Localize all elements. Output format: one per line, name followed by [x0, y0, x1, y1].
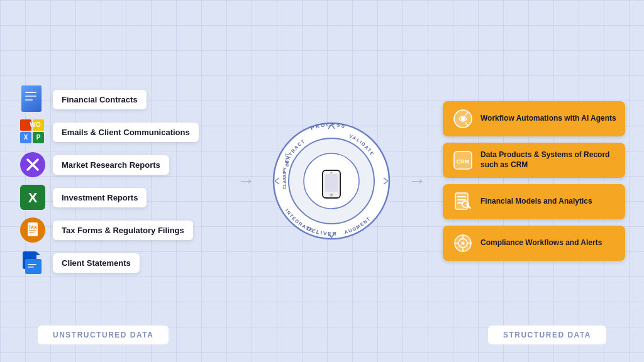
structured-data-label: STRUCTURED DATA: [488, 326, 606, 344]
investment-icon: X: [19, 184, 47, 211]
market-research-label: Market Research Reports: [53, 155, 169, 175]
compliance-icon: [452, 232, 474, 255]
output-item-compliance: Compliance Workflows and Alerts: [443, 226, 625, 261]
tax-label: Tax Forms & Regulatory Filings: [53, 221, 193, 240]
svg-text:INPUT: INPUT: [285, 153, 289, 167]
left-section: Financial Contracts W O X P Emails & Cli…: [19, 85, 220, 277]
data-item-financial-contracts: Financial Contracts: [19, 85, 220, 113]
financial-models-label: Financial Models and Analytics: [480, 197, 592, 207]
data-item-investment: X Investment Reports: [19, 184, 220, 211]
svg-rect-22: [29, 232, 34, 233]
svg-point-55: [462, 242, 465, 245]
market-research-icon: [19, 151, 47, 178]
left-arrow: →: [237, 171, 255, 191]
svg-text:CRM: CRM: [457, 158, 470, 165]
right-arrow: →: [408, 171, 426, 191]
financial-models-icon: [452, 190, 474, 213]
svg-text:CLASSIFY: CLASSIFY: [282, 167, 287, 189]
emails-label: Emails & Client Communications: [53, 123, 199, 142]
svg-rect-4: [25, 99, 33, 101]
workflow-label: Workflow Automations with AI Agents: [480, 114, 616, 124]
data-item-tax: TAX Tax Forms & Regulatory Filings: [19, 216, 220, 244]
data-item-client-statements: Client Statements: [19, 249, 220, 277]
right-section: Workflow Automations with AI Agents CRM …: [443, 101, 625, 261]
svg-rect-26: [28, 266, 34, 268]
output-item-workflow: Workflow Automations with AI Agents: [443, 101, 625, 136]
data-item-emails: W O X P Emails & Client Communications: [19, 118, 220, 146]
financial-contracts-label: Financial Contracts: [53, 90, 147, 109]
emails-icon: W O X P: [19, 118, 47, 146]
compliance-label: Compliance Workflows and Alerts: [480, 238, 602, 248]
crm-label: Data Products & Systems of Record such a…: [480, 150, 616, 170]
svg-rect-25: [28, 264, 36, 265]
center-section: PROCESS DELIVER VALIDATE EXTRACT AUGMENT: [272, 121, 391, 241]
svg-text:O: O: [36, 121, 41, 128]
svg-text:X: X: [24, 134, 28, 141]
client-statements-label: Client Statements: [53, 253, 140, 273]
crm-icon: CRM: [452, 149, 474, 172]
svg-point-45: [461, 117, 465, 121]
investment-label: Investment Reports: [53, 188, 147, 207]
tax-icon: TAX: [19, 216, 47, 244]
output-item-financial: Financial Models and Analytics: [443, 184, 625, 219]
workflow-icon: [452, 107, 474, 130]
unstructured-data-label: UNSTRUCTURED DATA: [38, 326, 169, 344]
bottom-row: UNSTRUCTURED DATA STRUCTURED DATA: [0, 326, 644, 344]
svg-point-42: [330, 194, 333, 197]
financial-contracts-icon: [19, 85, 47, 113]
svg-rect-1: [21, 85, 42, 112]
svg-rect-49: [457, 196, 466, 197]
svg-rect-3: [25, 96, 36, 97]
main-container: Financial Contracts W O X P Emails & Cli…: [0, 0, 644, 362]
svg-text:X: X: [28, 190, 38, 206]
svg-point-43: [331, 172, 333, 173]
circle-svg: PROCESS DELIVER VALIDATE EXTRACT AUGMENT: [272, 121, 391, 241]
output-item-crm: CRM Data Products & Systems of Record su…: [443, 143, 625, 178]
svg-rect-41: [325, 174, 338, 192]
svg-rect-2: [25, 92, 36, 93]
svg-text:P: P: [36, 134, 41, 141]
client-statements-icon: [19, 249, 47, 277]
data-item-market-research: Market Research Reports: [19, 151, 220, 178]
process-circle: PROCESS DELIVER VALIDATE EXTRACT AUGMENT: [272, 121, 391, 241]
svg-rect-21: [29, 230, 36, 231]
svg-text:TAX: TAX: [28, 225, 37, 229]
svg-rect-50: [457, 199, 466, 200]
svg-text:W: W: [30, 121, 36, 128]
